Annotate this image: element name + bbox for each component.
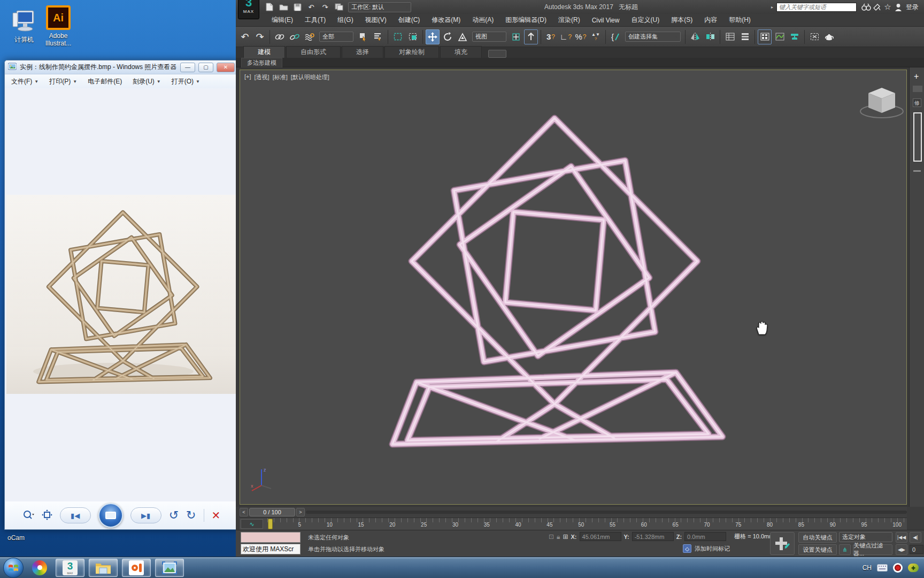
select-and-rotate-button[interactable]: [441, 29, 455, 44]
maxscript-mini-listener[interactable]: [241, 532, 301, 543]
record-tray-icon[interactable]: [893, 563, 903, 573]
menu-file[interactable]: 文件(F)▼: [11, 77, 38, 86]
create-tab-icon[interactable]: +: [914, 72, 919, 81]
set-keys-button[interactable]: [770, 532, 795, 555]
reference-coordinate-dropdown[interactable]: 视图▾: [472, 32, 506, 42]
desktop-icon-illustrator[interactable]: Ai Adobe Illustrat...: [35, 5, 81, 47]
menu-email[interactable]: 电子邮件(E): [88, 77, 122, 86]
named-selection-sets-dropdown[interactable]: 创建选择集▾: [625, 32, 681, 42]
select-and-manipulate-icon[interactable]: [524, 29, 538, 44]
menu-modifiers[interactable]: 修改器(M): [426, 14, 466, 26]
time-slider-track[interactable]: [306, 511, 907, 514]
wire-sculpture-model[interactable]: [240, 70, 907, 505]
tab-populate[interactable]: 填充: [440, 46, 482, 58]
align-icon[interactable]: [703, 29, 717, 44]
command-panel-strip[interactable]: + 修: [909, 67, 924, 507]
modify-tab-icon[interactable]: [913, 86, 922, 92]
user-account-icon[interactable]: [893, 2, 904, 12]
z-coordinate-field[interactable]: 0.0mm: [684, 532, 726, 541]
selection-lock-icon[interactable]: 🔒︎: [557, 533, 560, 541]
perspective-viewport[interactable]: [+] [透视] [标准] [默认明暗处理]: [240, 70, 907, 505]
select-object-icon[interactable]: [356, 29, 370, 44]
redo-icon[interactable]: ↷: [320, 2, 330, 12]
menu-graph-editors[interactable]: 图形编辑器(D): [499, 14, 552, 26]
auto-key-button[interactable]: 自动关键点: [798, 532, 837, 543]
previous-frame-button[interactable]: <: [240, 508, 248, 516]
menu-civil-view[interactable]: Civil View: [586, 14, 626, 26]
communication-center-icon[interactable]: [872, 2, 882, 12]
delete-button[interactable]: ✕: [212, 509, 221, 522]
taskbar-photo-viewer[interactable]: [155, 559, 184, 577]
snaps-toggle-icon[interactable]: 3?: [544, 29, 558, 44]
start-button[interactable]: [3, 558, 24, 578]
polygon-modeling-panel[interactable]: 多边形建模: [241, 58, 282, 67]
menu-rendering[interactable]: 渲染(R): [552, 14, 586, 26]
select-and-link-icon[interactable]: [273, 29, 287, 44]
edit-named-selection-icon[interactable]: {: [609, 29, 622, 44]
open-file-icon[interactable]: [279, 2, 288, 12]
redo-button[interactable]: ↷: [253, 29, 267, 44]
use-pivot-center-icon[interactable]: [509, 29, 523, 44]
x-coordinate-field[interactable]: 45.061mm: [580, 532, 621, 541]
ribbon-config-dropdown[interactable]: ▾: [488, 50, 506, 58]
undo-button[interactable]: ↶: [238, 29, 252, 44]
new-scene-icon[interactable]: [265, 2, 274, 12]
maximize-button[interactable]: ▢: [198, 63, 213, 72]
rectangular-selection-region-icon[interactable]: [391, 29, 405, 44]
menu-create[interactable]: 创建(C): [392, 14, 426, 26]
track-bar[interactable]: ∿ 510 1520 2530 3540 4550 5560 6570 7580…: [240, 518, 907, 530]
photo-viewer-titlebar[interactable]: 实例：线制作简约金属摆件.bmp - Windows 照片查看器 — ▢ ✕: [5, 60, 238, 74]
keyboard-icon[interactable]: [877, 564, 888, 572]
menu-content[interactable]: 内容: [698, 14, 723, 26]
menu-animation[interactable]: 动画(A): [466, 14, 499, 26]
render-setup-icon[interactable]: [788, 29, 802, 44]
curve-editor-icon[interactable]: [773, 29, 787, 44]
taskbar-orange-app[interactable]: [122, 559, 151, 577]
sign-in-link[interactable]: 登录: [906, 3, 919, 12]
mini-curve-editor-icon[interactable]: ∿: [241, 519, 263, 529]
menu-tools[interactable]: 工具(T): [299, 14, 332, 26]
spinner-snap-icon[interactable]: ▲▼?: [589, 29, 603, 44]
menu-views[interactable]: 视图(V): [359, 14, 392, 26]
previous-image-button[interactable]: ▮◀: [60, 507, 91, 523]
zoom-icon[interactable]: [22, 509, 34, 522]
window-crossing-icon[interactable]: [406, 29, 420, 44]
max-logo[interactable]: 3 MAX: [238, 0, 259, 19]
next-frame-button[interactable]: >: [296, 508, 305, 516]
set-key-filters-icon[interactable]: ⋔: [839, 544, 851, 555]
isolate-selection-icon[interactable]: ⊡: [549, 533, 554, 541]
save-file-icon[interactable]: [292, 2, 302, 12]
set-key-button[interactable]: 设置关键点: [798, 544, 837, 555]
menu-edit[interactable]: 编辑(E): [266, 14, 299, 26]
menu-customize[interactable]: 自定义(U): [625, 14, 665, 26]
key-step-button[interactable]: ◀▶: [896, 544, 907, 555]
modifier-stack-box[interactable]: [913, 112, 922, 162]
next-image-button[interactable]: ▶▮: [130, 507, 161, 523]
y-coordinate-field[interactable]: -51.328mm: [632, 532, 674, 541]
language-indicator[interactable]: CH: [863, 564, 872, 572]
go-to-start-button[interactable]: |◀◀: [896, 532, 907, 543]
menu-group[interactable]: 组(G): [332, 14, 359, 26]
maxscript-welcome-box[interactable]: 欢迎使用 MAXScr: [241, 544, 301, 554]
render-production-icon[interactable]: [822, 29, 836, 44]
unlink-selection-icon[interactable]: [288, 29, 302, 44]
key-mode-dropdown[interactable]: 选定对象▾: [839, 532, 892, 542]
menu-open[interactable]: 打开(O)▼: [172, 77, 200, 86]
rotate-cw-icon[interactable]: ↻: [186, 509, 196, 521]
tab-object-paint[interactable]: 对象绘制: [384, 46, 439, 58]
menu-print[interactable]: 打印(P)▼: [49, 77, 77, 86]
close-button[interactable]: ✕: [217, 63, 235, 72]
ribbon-toggle-icon[interactable]: [758, 29, 772, 44]
taskbar-3dsmax[interactable]: 3 MAX: [56, 559, 84, 577]
absolute-mode-icon[interactable]: ⊞: [563, 533, 568, 541]
search-input[interactable]: [776, 3, 857, 12]
rotate-ccw-icon[interactable]: ↺: [169, 509, 179, 521]
mirror-icon[interactable]: [688, 29, 702, 44]
select-and-move-button[interactable]: [426, 29, 440, 44]
viewcube[interactable]: [858, 83, 906, 124]
project-folder-icon[interactable]: [334, 2, 344, 12]
menu-scripting[interactable]: 脚本(S): [665, 14, 698, 26]
manage-layers-icon[interactable]: [723, 29, 737, 44]
tab-modeling[interactable]: 建模: [243, 46, 285, 58]
play-button[interactable]: ◀|: [910, 532, 921, 543]
